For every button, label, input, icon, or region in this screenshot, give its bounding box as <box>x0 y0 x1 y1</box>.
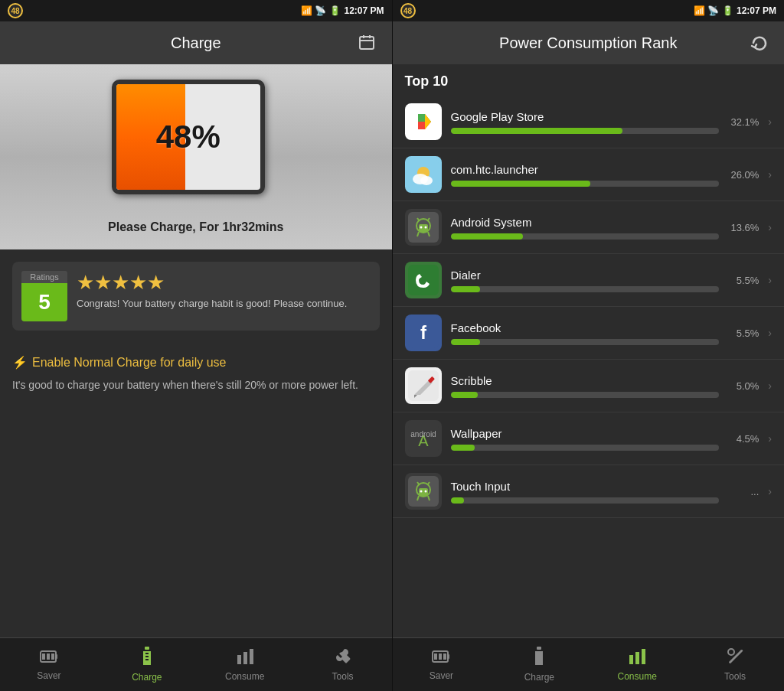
right-time: 12:07 PM <box>737 5 776 16</box>
left-header: Charge <box>0 21 392 64</box>
chevron-right-icon: › <box>768 168 772 181</box>
left-time: 12:07 PM <box>344 5 384 16</box>
svg-rect-13 <box>237 655 241 664</box>
app-percent: ... <box>728 486 759 497</box>
app-bar-fill <box>451 286 481 292</box>
right-nav-tools-label: Tools <box>724 671 746 682</box>
app-bar-bg <box>451 233 720 240</box>
ratings-stars: ★★★★★ <box>77 271 371 295</box>
right-badge: 48 <box>400 3 416 18</box>
app-item[interactable]: Dialer 5.5% › <box>393 254 785 307</box>
svg-rect-58 <box>635 652 639 664</box>
app-icon-wallpaper: Aandroid <box>405 420 442 457</box>
svg-rect-14 <box>243 652 247 664</box>
app-name: Wallpaper <box>451 427 720 440</box>
saver-icon <box>40 648 58 668</box>
app-percent: 5.5% <box>728 328 759 339</box>
svg-point-33 <box>424 227 426 229</box>
ratings-section: Ratings 5 ★★★★★ Congrats! Your battery c… <box>0 249 392 343</box>
app-bar-bg <box>451 392 720 398</box>
app-list: Google Play Store 32.1% › com.htc.launch… <box>393 96 785 518</box>
left-nav-charge[interactable]: Charge <box>98 638 196 691</box>
svg-rect-15 <box>250 649 253 664</box>
app-icon-play <box>405 103 442 140</box>
app-info: Facebook <box>451 321 720 345</box>
svg-text:f: f <box>420 322 427 343</box>
battery-body: 48% <box>112 80 265 194</box>
right-nav-saver-label: Saver <box>430 670 453 681</box>
calendar-icon[interactable] <box>354 31 379 55</box>
right-nav-consume[interactable]: Consume <box>588 638 686 691</box>
right-tools-icon <box>727 647 743 669</box>
left-nav-consume[interactable]: Consume <box>196 638 294 691</box>
app-info: com.htc.launcher <box>451 163 720 187</box>
left-status-bar: 48 📶 📡 🔋 12:07 PM <box>0 0 392 21</box>
app-item[interactable]: f Facebook 5.5% › <box>393 307 785 360</box>
tip-text: It's good to charge your battery when th… <box>12 377 380 393</box>
right-nav-saver[interactable]: Saver <box>393 638 491 691</box>
left-header-title: Charge <box>171 34 221 52</box>
right-nav-tools[interactable]: Tools <box>686 638 784 691</box>
left-bottom-nav: Saver Charge Con <box>0 637 392 691</box>
right-status-bar: 48 📶 📡 🔋 12:07 PM <box>393 0 785 21</box>
app-name: Android System <box>451 216 720 229</box>
app-bar-bg <box>451 128 720 134</box>
ratings-message: Congrats! Your battery charge habit is g… <box>77 298 371 309</box>
ratings-card: Ratings 5 ★★★★★ Congrats! Your battery c… <box>12 262 380 331</box>
svg-rect-10 <box>145 653 149 654</box>
top10-label: Top 10 <box>393 64 785 96</box>
svg-rect-27 <box>419 224 428 232</box>
app-item[interactable]: Touch Input ... › <box>393 465 785 518</box>
left-nav-saver-label: Saver <box>37 670 60 681</box>
svg-rect-11 <box>145 656 149 657</box>
svg-rect-8 <box>56 654 57 659</box>
app-item[interactable]: Android System 13.6% › <box>393 201 785 254</box>
bolt-icon: ⚡ <box>12 355 28 370</box>
app-item[interactable]: Scribble 5.0% › <box>393 360 785 412</box>
right-consume-icon <box>628 647 646 669</box>
svg-point-50 <box>424 491 426 493</box>
app-item[interactable]: Aandroid Wallpaper 4.5% › <box>393 412 785 465</box>
app-bar-bg <box>451 497 720 504</box>
chevron-right-icon: › <box>768 432 772 445</box>
app-item[interactable]: Google Play Store 32.1% › <box>393 96 785 148</box>
app-item[interactable]: com.htc.launcher 26.0% › <box>393 148 785 201</box>
svg-rect-34 <box>408 265 439 295</box>
right-panel: 48 📶 📡 🔋 12:07 PM Power Consumption Rank… <box>393 0 785 691</box>
chevron-right-icon: › <box>768 485 772 497</box>
right-header-title: Power Consumption Rank <box>499 34 677 52</box>
app-name: Google Play Store <box>451 110 720 123</box>
charge-icon <box>140 647 154 670</box>
app-bar-bg <box>451 339 720 345</box>
left-nav-consume-label: Consume <box>225 671 264 682</box>
app-info: Scribble <box>451 374 720 398</box>
svg-rect-44 <box>419 488 428 496</box>
right-battery-icon: 🔋 <box>722 5 733 16</box>
svg-rect-57 <box>629 655 633 664</box>
svg-rect-54 <box>443 654 446 660</box>
right-nav-charge[interactable]: Charge <box>490 638 588 691</box>
left-signal-icons: 📶 📡 <box>301 5 326 16</box>
svg-rect-5 <box>42 654 45 660</box>
battery-container: 48% <box>112 80 280 202</box>
refresh-icon[interactable] <box>747 31 772 55</box>
svg-text:android: android <box>410 430 436 438</box>
battery-section: 48% Please Charge, For 1hr32mins <box>0 64 392 249</box>
app-name: Dialer <box>451 269 720 282</box>
app-name: com.htc.launcher <box>451 163 720 176</box>
left-badge: 48 <box>8 3 23 18</box>
app-icon-scribble <box>405 367 442 404</box>
ratings-score: 5 <box>21 283 67 321</box>
svg-point-60 <box>728 649 734 655</box>
app-bar-fill <box>451 128 623 134</box>
right-content[interactable]: Top 10 Google Play Store 32.1% › com.htc… <box>393 64 785 637</box>
left-nav-tools[interactable]: Tools <box>294 638 392 691</box>
app-bar-bg <box>451 445 720 451</box>
left-nav-charge-label: Charge <box>132 672 162 683</box>
app-icon-facebook: f <box>405 315 442 351</box>
chevron-right-icon: › <box>768 380 772 392</box>
app-bar-fill <box>451 497 465 504</box>
app-bar-bg <box>451 181 720 187</box>
left-nav-saver[interactable]: Saver <box>0 638 98 691</box>
svg-rect-6 <box>47 654 50 660</box>
